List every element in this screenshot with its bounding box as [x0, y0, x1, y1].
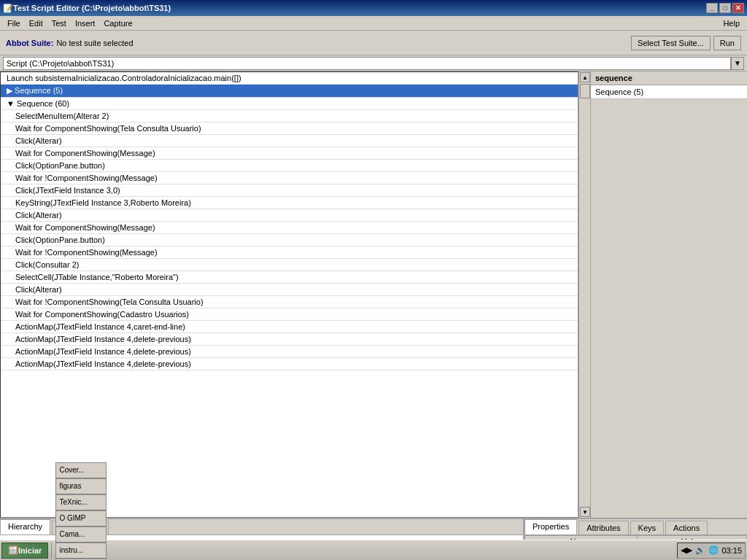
- taskbar-item[interactable]: figuras: [55, 478, 107, 494]
- menu-test[interactable]: Test: [47, 18, 71, 29]
- script-item[interactable]: SelectMenuItem(Alterar 2): [1, 110, 578, 122]
- tab-properties[interactable]: Properties: [525, 519, 577, 534]
- script-item[interactable]: ▶ Sequence (5): [1, 85, 578, 98]
- scroll-thumb[interactable]: [580, 84, 590, 98]
- run-button[interactable]: Run: [713, 36, 741, 50]
- start-label: Iniciar: [18, 546, 42, 555]
- minimize-button[interactable]: _: [706, 3, 718, 13]
- select-test-suite-button[interactable]: Select Test Suite...: [631, 36, 711, 50]
- sequence-panel: sequence Sequence (5): [590, 71, 747, 518]
- menu-file[interactable]: File: [3, 18, 25, 29]
- scroll-up-arrow[interactable]: ▲: [580, 72, 590, 82]
- toolbar: Abbot Suite: No test suite selected Sele…: [0, 31, 747, 55]
- script-item[interactable]: Click(Alterar): [1, 135, 578, 147]
- tray-icon-volume: 🔊: [695, 545, 705, 555]
- taskbar-item[interactable]: Cover...: [55, 462, 107, 478]
- script-item[interactable]: ActionMap(JTextField Instance 4,delete-p…: [1, 346, 578, 358]
- script-item[interactable]: KeyString(JTextField Instance 3,Roberto …: [1, 197, 578, 209]
- script-panel: Launch subsistemaInicializacao.Controlad…: [0, 71, 578, 518]
- taskbar-items: Cover...figurasTeXnic...O GIMPCama...ins…: [55, 462, 107, 561]
- taskbar-item[interactable]: instru...: [55, 542, 107, 559]
- close-button[interactable]: ✕: [732, 3, 744, 13]
- script-scrollbar[interactable]: ▲ ▼: [578, 71, 590, 518]
- script-item[interactable]: Click(OptionPane.button): [1, 160, 578, 172]
- script-item[interactable]: SelectCell(JTable Instance,"Roberto More…: [1, 271, 578, 284]
- script-list: Launch subsistemaInicializacao.Controlad…: [1, 72, 578, 517]
- script-item[interactable]: ▼ Sequence (60): [1, 98, 578, 110]
- script-item[interactable]: Click(Alterar): [1, 284, 578, 296]
- suite-value: No test suite selected: [56, 39, 133, 47]
- script-path-combo[interactable]: Script (C:\Projeto\abbot\TS31): [3, 57, 731, 70]
- clock: 03:15: [721, 546, 742, 555]
- script-item[interactable]: Wait for ComponentShowing(Cadastro Usuar…: [1, 308, 578, 321]
- title-icon: 📝: [3, 4, 13, 13]
- tab-hierarchy[interactable]: Hierarchy: [0, 519, 50, 534]
- suite-label: Abbot Suite:: [6, 39, 53, 47]
- taskbar-item[interactable]: Cama...: [55, 526, 107, 542]
- script-item[interactable]: Launch subsistemaInicializacao.Controlad…: [1, 72, 578, 85]
- combo-dropdown-button[interactable]: ▼: [731, 57, 744, 70]
- maximize-button[interactable]: □: [719, 3, 731, 13]
- menu-help[interactable]: Help: [719, 18, 744, 29]
- script-item[interactable]: Wait for ComponentShowing(Message): [1, 222, 578, 234]
- script-item[interactable]: Wait for !ComponentShowing(Message): [1, 172, 578, 184]
- sequence-header: sequence: [591, 71, 747, 85]
- taskbar: 🪟 Iniciar Cover...figurasTeXnic...O GIMP…: [0, 540, 747, 560]
- script-item[interactable]: ActionMap(JTextField Instance 4,delete-p…: [1, 333, 578, 346]
- system-tray: ◀▶ 🔊 🌐 03:15: [677, 542, 746, 559]
- script-item[interactable]: ActionMap(JTextField Instance 4,delete-p…: [1, 358, 578, 370]
- scroll-down-arrow[interactable]: ▼: [580, 507, 590, 517]
- script-item[interactable]: Click(Consultar 2): [1, 259, 578, 271]
- taskbar-item[interactable]: TeXnic...: [55, 494, 107, 510]
- script-item[interactable]: Wait for ComponentShowing(Tela Consulta …: [1, 122, 578, 135]
- title-bar: 📝 Test Script Editor (C:\Projeto\abbot\T…: [0, 0, 747, 16]
- menu-edit[interactable]: Edit: [25, 18, 47, 29]
- script-item[interactable]: Click(OptionPane.button): [1, 234, 578, 246]
- tab-actions[interactable]: Actions: [665, 521, 708, 534]
- window-title: Test Script Editor (C:\Projeto\abbot\TS3…: [13, 4, 171, 12]
- script-item[interactable]: Click(JTextField Instance 3,0): [1, 184, 578, 197]
- script-item[interactable]: ActionMap(JTextField Instance 4,caret-en…: [1, 321, 578, 333]
- tab-keys[interactable]: Keys: [630, 521, 664, 534]
- menu-capture[interactable]: Capture: [99, 18, 136, 29]
- windows-icon: 🪟: [8, 545, 18, 555]
- start-button[interactable]: 🪟 Iniciar: [1, 542, 48, 559]
- tab-attributes[interactable]: Attributes: [578, 521, 628, 534]
- sequence-list: Sequence (5): [591, 85, 747, 99]
- script-item[interactable]: Click(Alterar): [1, 209, 578, 222]
- window-controls: _ □ ✕: [706, 3, 744, 13]
- main-area: Launch subsistemaInicializacao.Controlad…: [0, 71, 747, 518]
- script-item[interactable]: Wait for !ComponentShowing(Tela Consulta…: [1, 296, 578, 308]
- script-item[interactable]: Wait for !ComponentShowing(Message): [1, 246, 578, 259]
- tray-icon-media: ◀▶: [681, 545, 692, 555]
- sequence-item[interactable]: Sequence (5): [591, 85, 747, 99]
- tray-icon-network: 🌐: [708, 545, 719, 555]
- taskbar-item[interactable]: O GIMP: [55, 510, 107, 526]
- menu-insert[interactable]: Insert: [71, 18, 100, 29]
- combo-row: Script (C:\Projeto\abbot\TS31) ▼: [0, 55, 747, 71]
- bottom-right-tabs: Properties Attributes Keys Actions: [525, 519, 747, 535]
- script-item[interactable]: Wait for ComponentShowing(Message): [1, 147, 578, 160]
- menu-bar: File Edit Test Insert Capture Help: [0, 16, 747, 31]
